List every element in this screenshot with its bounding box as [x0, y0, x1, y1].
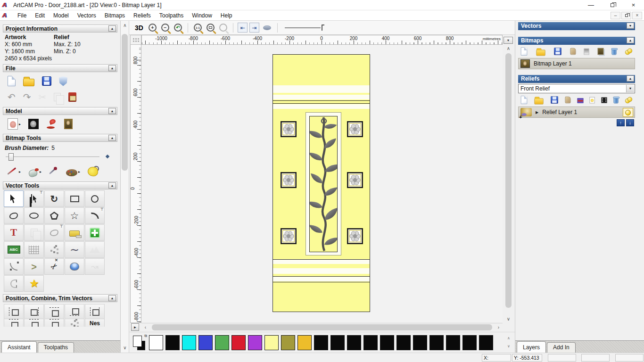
offset-vectors-tool[interactable]: ⊤ — [44, 224, 64, 241]
primary-colour[interactable] — [133, 336, 142, 347]
swatch-black[interactable] — [165, 335, 180, 350]
swatch-black-6[interactable] — [380, 335, 394, 350]
vector-tools-header[interactable]: Vector Tools ▲ — [3, 181, 117, 189]
create-polyline-tool[interactable] — [4, 207, 24, 224]
swatch-green[interactable] — [215, 335, 229, 350]
new-relief-layer-icon[interactable] — [520, 95, 528, 105]
create-rectangle-tool[interactable] — [65, 190, 84, 207]
primary-secondary-colours[interactable]: ⧉ — [133, 335, 146, 351]
preview-relief-icon[interactable] — [263, 25, 271, 30]
swatch-black-11[interactable] — [462, 335, 477, 350]
child-minimize-button[interactable]: – — [611, 12, 620, 19]
open-relief-layer-icon[interactable] — [533, 95, 545, 105]
node-editing-tool[interactable]: ⊤ — [24, 190, 44, 207]
scroll-right-icon[interactable]: › — [495, 323, 503, 331]
text-block-tool[interactable] — [4, 241, 24, 258]
swatch-gold[interactable] — [297, 335, 312, 350]
trim-vectors-tool[interactable]: ✂ — [44, 258, 64, 275]
restore-button[interactable] — [602, 0, 623, 10]
document-viewport[interactable] — [141, 45, 503, 323]
open-model-icon[interactable] — [23, 76, 34, 86]
palette-scrollbar[interactable]: ∧∨ — [505, 334, 512, 351]
mirror-vectors-tool[interactable] — [4, 275, 24, 292]
align-left-icon[interactable] — [4, 304, 24, 319]
vscroll-thumb[interactable] — [505, 53, 512, 308]
relief-layer-row[interactable]: ▶ Relief Layer 1 — [518, 107, 635, 118]
paste-icon[interactable] — [54, 93, 61, 101]
position-section-header[interactable]: Position, Combine, Trim Vectors ▲ — [3, 294, 117, 302]
zoom-out-icon[interactable]: − — [161, 24, 169, 32]
undo-icon[interactable]: ↶ — [8, 92, 16, 102]
colour-palette-icon[interactable]: ▸ — [66, 167, 80, 176]
create-star-tool[interactable]: ☆ — [65, 207, 84, 224]
colour-picker-icon[interactable] — [49, 167, 58, 176]
swatch-black-4[interactable] — [347, 335, 361, 350]
toggle-panel-icon[interactable]: ▸ — [131, 323, 139, 331]
menu-help[interactable]: Help — [216, 11, 237, 20]
zoom-in-icon[interactable]: + — [149, 24, 157, 32]
delete-bitmap-layer-icon[interactable] — [611, 47, 617, 56]
greyscale-preview-icon[interactable] — [601, 97, 608, 104]
block-copy-icon[interactable] — [65, 319, 84, 327]
save-bitmap-layer-icon[interactable] — [553, 47, 562, 56]
nest-vectors-icon[interactable]: Nes — [85, 319, 105, 327]
reliefs-section-header[interactable]: Reliefs ▲ — [518, 75, 635, 83]
scroll-down-icon[interactable]: ∨ — [121, 344, 129, 352]
expand-vectors-icon[interactable]: ▼ — [627, 23, 634, 29]
layer-to-relief-icon[interactable] — [597, 47, 604, 56]
relief-texture-icon[interactable] — [564, 96, 571, 104]
model-section-header[interactable]: Model ▲ — [3, 107, 117, 115]
menu-reliefs[interactable]: Reliefs — [129, 11, 155, 20]
child-close-button[interactable]: × — [632, 12, 642, 19]
paste-along-curve-tool[interactable] — [44, 241, 64, 258]
zoom-1to1-icon[interactable] — [194, 24, 202, 32]
collapse-model-icon[interactable]: ▲ — [108, 108, 116, 114]
create-circle-tool[interactable] — [85, 190, 105, 207]
vertical-scrollbar[interactable]: ∧ ∨ — [504, 45, 512, 323]
swatch-white[interactable] — [149, 335, 163, 350]
swatch-black-12[interactable] — [479, 335, 493, 350]
measure-tool[interactable] — [65, 224, 84, 241]
swatch-black-9[interactable] — [429, 335, 444, 350]
layer-visibility-icon[interactable] — [623, 108, 633, 117]
transform-vectors-tool[interactable]: ↻ — [44, 190, 64, 207]
menu-model[interactable]: Model — [49, 11, 73, 20]
menu-bitmaps[interactable]: Bitmaps — [100, 11, 129, 20]
adjust-greyscale-icon[interactable]: ▸ — [8, 118, 21, 130]
swatch-black-2[interactable] — [314, 335, 328, 350]
toggle-vector-view-icon[interactable]: ⇥ — [249, 23, 259, 33]
child-restore-button[interactable] — [621, 12, 631, 19]
expand-layer-icon[interactable]: ▶ — [536, 110, 538, 115]
centre-horizontal-icon[interactable] — [24, 319, 44, 327]
tab-add-in[interactable]: Add In — [547, 342, 576, 353]
chevron-down-icon[interactable]: ▼ — [626, 85, 634, 92]
zoom-previous-icon[interactable] — [174, 24, 182, 32]
extrude-tool[interactable] — [65, 258, 84, 275]
align-right-icon[interactable] — [24, 304, 44, 319]
scroll-up-icon[interactable]: ∧ — [504, 45, 512, 52]
menu-window[interactable]: Window — [188, 11, 216, 20]
centre-vertical-icon[interactable]: ⊤ — [44, 319, 64, 327]
file-section-header[interactable]: File ▲ — [3, 64, 117, 72]
new-bitmap-layer-icon[interactable] — [520, 46, 528, 57]
swatch-black-5[interactable] — [363, 335, 378, 350]
zoom-fit-icon[interactable] — [206, 24, 215, 32]
swatch-olive[interactable] — [281, 335, 295, 350]
swatch-pale-yellow[interactable] — [264, 335, 279, 350]
scroll-up-icon[interactable]: ∧ — [121, 22, 129, 29]
brush-diameter-slider[interactable] — [5, 152, 116, 162]
hscroll-thumb[interactable] — [152, 324, 492, 330]
toggle-all-bitmaps-icon[interactable] — [624, 48, 633, 55]
select-vectors-tool[interactable] — [4, 190, 24, 207]
delete-relief-layer-icon[interactable] — [613, 96, 619, 104]
vector-wizard-tool[interactable]: ★ — [24, 275, 44, 292]
bitmap-layer-row[interactable]: Bitmap Layer 1 — [518, 58, 635, 69]
toggle-all-reliefs-icon[interactable] — [624, 96, 633, 104]
menu-edit[interactable]: Edit — [31, 11, 49, 20]
opacity-slider[interactable] — [285, 24, 325, 32]
paint-brush-icon[interactable]: ▸ — [8, 166, 21, 177]
switch-3d-view-button[interactable]: 3D — [133, 24, 145, 32]
swatch-red[interactable] — [231, 335, 246, 350]
bitmap-texture-icon[interactable] — [570, 47, 577, 56]
paint-bucket-icon[interactable]: ▸ — [28, 167, 41, 177]
